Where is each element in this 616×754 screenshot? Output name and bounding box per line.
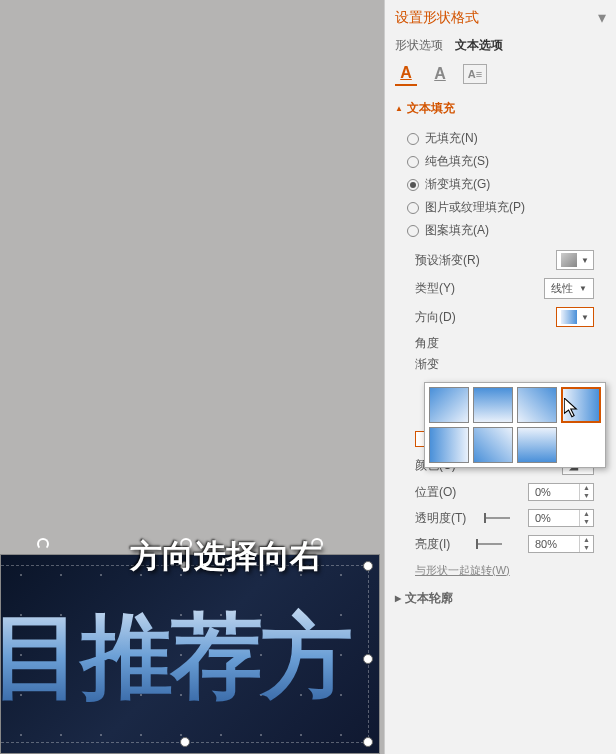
format-shape-panel: 设置形状格式 ▾ 形状选项 文本选项 A A A≡ ▲ 文本填充 无填充(N) …: [384, 0, 616, 754]
slide-preview: 目推荐方: [0, 554, 380, 754]
control-direction: 方向(D) ▼: [387, 303, 614, 331]
fill-type-radio-group: 无填充(N) 纯色填充(S) 渐变填充(G) 图片或纹理填充(P) 图案填充(A…: [387, 123, 614, 246]
text-fill-outline-icon[interactable]: A: [395, 62, 417, 86]
control-position: 位置(O) 0% ▲▼: [387, 479, 614, 505]
video-caption: 方向选择向右: [130, 535, 322, 579]
panel-close-button[interactable]: ▾: [598, 8, 606, 27]
textbox-icon[interactable]: A≡: [463, 64, 487, 84]
radio-solid-fill[interactable]: 纯色填充(S): [407, 150, 594, 173]
gradient-type-dropdown[interactable]: 线性 ▼: [544, 278, 594, 299]
direction-option-diagonal-up-right[interactable]: [473, 427, 513, 463]
transparency-input[interactable]: 0% ▲▼: [528, 509, 594, 527]
brightness-input[interactable]: 80% ▲▼: [528, 535, 594, 553]
section-label: 文本填充: [407, 100, 455, 117]
tab-text-options[interactable]: 文本选项: [455, 37, 503, 54]
option-tabs: 形状选项 文本选项: [387, 31, 614, 58]
brightness-slider[interactable]: [476, 543, 502, 545]
icon-tabs: A A A≡: [387, 58, 614, 94]
radio-no-fill[interactable]: 无填充(N): [407, 127, 594, 150]
rotate-with-shape-link[interactable]: 与形状一起旋转(W): [387, 557, 614, 584]
control-stops-label: 渐变: [387, 356, 614, 377]
direction-option-down[interactable]: [473, 387, 513, 423]
radio-gradient-fill[interactable]: 渐变填充(G): [407, 173, 594, 196]
expand-icon: ▶: [395, 594, 401, 603]
control-preset-gradient: 预设渐变(R) ▼: [387, 246, 614, 274]
collapse-icon: ▲: [395, 104, 403, 113]
direction-option-up[interactable]: [517, 427, 557, 463]
control-brightness: 亮度(I) 80% ▲▼: [387, 531, 614, 557]
slide-text[interactable]: 目推荐方: [0, 595, 351, 719]
radio-pattern-fill[interactable]: 图案填充(A): [407, 219, 594, 242]
direction-dropdown[interactable]: ▼: [556, 307, 594, 327]
radio-picture-fill[interactable]: 图片或纹理填充(P): [407, 196, 594, 219]
position-input[interactable]: 0% ▲▼: [528, 483, 594, 501]
direction-picker-popup: [424, 382, 606, 468]
tab-shape-options[interactable]: 形状选项: [395, 37, 443, 54]
direction-option-diagonal-down-right[interactable]: [429, 387, 469, 423]
panel-header: 设置形状格式 ▾: [387, 4, 614, 31]
text-effects-icon[interactable]: A: [429, 62, 451, 86]
direction-option-diagonal-down-left[interactable]: [517, 387, 557, 423]
control-angle: 角度: [387, 331, 614, 356]
direction-option-left[interactable]: [561, 387, 601, 423]
direction-option-right[interactable]: [429, 427, 469, 463]
control-gradient-type: 类型(Y) 线性 ▼: [387, 274, 614, 303]
control-transparency: 透明度(T) 0% ▲▼: [387, 505, 614, 531]
section-text-fill[interactable]: ▲ 文本填充: [387, 94, 614, 123]
section-text-outline[interactable]: ▶ 文本轮廓: [387, 584, 614, 613]
panel-title: 设置形状格式: [395, 9, 479, 27]
transparency-slider[interactable]: [484, 517, 510, 519]
preset-gradient-dropdown[interactable]: ▼: [556, 250, 594, 270]
canvas-area: 目推荐方 方向选择向右: [0, 0, 384, 754]
